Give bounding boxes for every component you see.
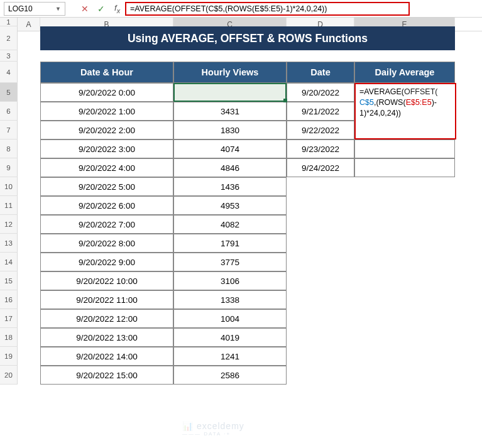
cancel-icon[interactable]: ✕ bbox=[77, 4, 93, 14]
cell-hourly-views[interactable]: 1323 bbox=[173, 83, 287, 102]
cell-date[interactable]: 9/20/2022 bbox=[287, 83, 354, 102]
cell-date[interactable]: 9/24/2022 bbox=[287, 158, 354, 177]
cell-date-hour[interactable]: 9/20/2022 3:00 bbox=[40, 139, 173, 158]
formula-part-rows: ,(ROWS( bbox=[374, 98, 406, 107]
cell-date-hour[interactable]: 9/20/2022 12:00 bbox=[40, 309, 173, 328]
table-row[interactable]: 9/20/2022 13:004019 bbox=[40, 328, 455, 347]
table-row[interactable]: 9/20/2022 7:004082 bbox=[40, 215, 455, 234]
table-row[interactable]: 9/20/2022 10:003106 bbox=[40, 271, 455, 290]
cell-hourly-views[interactable]: 4953 bbox=[173, 196, 287, 215]
fx-icon[interactable]: fx bbox=[109, 3, 125, 14]
cell-date[interactable]: 9/23/2022 bbox=[287, 139, 354, 158]
row-header-8[interactable]: 8 bbox=[0, 139, 18, 158]
formula-part-average: =AVERAGE( bbox=[359, 87, 404, 96]
row-header-16[interactable]: 16 bbox=[0, 290, 18, 309]
formula-ref-e5: E$5:E5 bbox=[406, 98, 432, 107]
table-row[interactable]: 9/20/2022 3:0040749/23/2022 bbox=[40, 139, 455, 158]
row-header-1[interactable]: 1 bbox=[0, 18, 18, 26]
cell-date-hour[interactable]: 9/20/2022 1:00 bbox=[40, 102, 173, 121]
cell-hourly-views[interactable]: 3106 bbox=[173, 271, 287, 290]
row-header-7[interactable]: 7 bbox=[0, 121, 18, 139]
cell-hourly-views[interactable]: 1241 bbox=[173, 347, 287, 366]
cell-date-hour[interactable]: 9/20/2022 11:00 bbox=[40, 290, 173, 309]
row-header-3[interactable]: 3 bbox=[0, 50, 18, 62]
formula-part-close1: )- bbox=[432, 98, 437, 107]
formula-bar-text: =AVERAGE(OFFSET(C$5,(ROWS(E$5:E5)-1)*24,… bbox=[130, 4, 327, 13]
cell-date-hour[interactable]: 9/20/2022 10:00 bbox=[40, 271, 173, 290]
cell-date-hour[interactable]: 9/20/2022 7:00 bbox=[40, 215, 173, 234]
row-header-20[interactable]: 20 bbox=[0, 366, 18, 385]
cell-edit-overlay[interactable]: =AVERAGE(OFFSET( C$5,(ROWS(E$5:E5)- 1)*2… bbox=[354, 83, 456, 139]
table-row[interactable]: 9/20/2022 9:003775 bbox=[40, 253, 455, 271]
row-header-5[interactable]: 5 bbox=[0, 83, 18, 102]
cell-date-hour[interactable]: 9/20/2022 5:00 bbox=[40, 177, 173, 196]
cell-daily-average[interactable] bbox=[354, 158, 455, 177]
row-header-9[interactable]: 9 bbox=[0, 158, 18, 177]
cell-date-hour[interactable]: 9/20/2022 2:00 bbox=[40, 121, 173, 139]
row-header-19[interactable]: 19 bbox=[0, 347, 18, 366]
row-header-15[interactable]: 15 bbox=[0, 271, 18, 290]
cell-hourly-views[interactable]: 2586 bbox=[173, 366, 287, 385]
table-row[interactable]: 9/20/2022 8:001791 bbox=[40, 234, 455, 253]
cell-date-hour[interactable]: 9/20/2022 14:00 bbox=[40, 347, 173, 366]
header-date: Date bbox=[287, 62, 354, 83]
formula-part-tail: 1)*24,0,24)) bbox=[359, 109, 401, 117]
formula-part-offset: OFFSET( bbox=[404, 87, 437, 96]
confirm-icon[interactable]: ✓ bbox=[93, 4, 109, 14]
cell-hourly-views[interactable]: 1004 bbox=[173, 309, 287, 328]
cell-hourly-views[interactable]: 1338 bbox=[173, 290, 287, 309]
watermark: 📊 exceldemy ——— DATA ·+ bbox=[182, 421, 244, 437]
cell-date-hour[interactable]: 9/20/2022 0:00 bbox=[40, 83, 173, 102]
header-hourly-views: Hourly Views bbox=[173, 62, 287, 83]
cell-date[interactable]: 9/21/2022 bbox=[287, 102, 354, 121]
spreadsheet-grid[interactable]: A B C D E 1 2 3 4 5 6 7 8 9 10 11 12 13 … bbox=[0, 18, 482, 31]
cell-hourly-views[interactable]: 1830 bbox=[173, 121, 287, 139]
name-box-text: LOG10 bbox=[8, 4, 33, 13]
cell-hourly-views[interactable]: 4074 bbox=[173, 139, 287, 158]
cell-date-hour[interactable]: 9/20/2022 13:00 bbox=[40, 328, 173, 347]
formula-bar[interactable]: =AVERAGE(OFFSET(C$5,(ROWS(E$5:E5)-1)*24,… bbox=[125, 2, 410, 16]
table-row[interactable]: 9/20/2022 14:001241 bbox=[40, 347, 455, 366]
row-header-12[interactable]: 12 bbox=[0, 215, 18, 234]
page-title: Using AVERAGE, OFFSET & ROWS Functions bbox=[40, 26, 455, 50]
cell-hourly-views[interactable]: 3775 bbox=[173, 253, 287, 271]
cell-date-hour[interactable]: 9/20/2022 6:00 bbox=[40, 196, 173, 215]
cell-date-hour[interactable]: 9/20/2022 15:00 bbox=[40, 366, 173, 385]
cell-hourly-views[interactable]: 4846 bbox=[173, 158, 287, 177]
row-header-13[interactable]: 13 bbox=[0, 234, 18, 253]
table-row[interactable]: 9/20/2022 6:004953 bbox=[40, 196, 455, 215]
row-header-2[interactable]: 2 bbox=[0, 26, 18, 50]
cell-hourly-views[interactable]: 1791 bbox=[173, 234, 287, 253]
cell-hourly-views[interactable]: 3431 bbox=[173, 102, 287, 121]
formula-bar-row: LOG10 ▼ ✕ ✓ fx =AVERAGE(OFFSET(C$5,(ROWS… bbox=[0, 0, 482, 18]
row-header-14[interactable]: 14 bbox=[0, 253, 18, 271]
header-daily-average: Daily Average bbox=[354, 62, 455, 83]
cell-hourly-views[interactable]: 4019 bbox=[173, 328, 287, 347]
table-row[interactable]: 9/20/2022 15:002586 bbox=[40, 366, 455, 385]
col-header-A[interactable]: A bbox=[18, 18, 40, 31]
row-headers: 1 2 3 4 5 6 7 8 9 10 11 12 13 14 15 16 1… bbox=[0, 18, 18, 385]
row-header-10[interactable]: 10 bbox=[0, 177, 18, 196]
cell-date-hour[interactable]: 9/20/2022 8:00 bbox=[40, 234, 173, 253]
cell-date-hour[interactable]: 9/20/2022 9:00 bbox=[40, 253, 173, 271]
header-date-hour: Date & Hour bbox=[40, 62, 173, 83]
table-row[interactable]: 9/20/2022 4:0048469/24/2022 bbox=[40, 158, 455, 177]
table-row[interactable]: 9/20/2022 12:001004 bbox=[40, 309, 455, 328]
table-row[interactable]: 9/20/2022 5:001436 bbox=[40, 177, 455, 196]
row-header-6[interactable]: 6 bbox=[0, 102, 18, 121]
formula-ref-c5: C$5 bbox=[359, 98, 374, 107]
row-header-11[interactable]: 11 bbox=[0, 196, 18, 215]
cell-hourly-views[interactable]: 4082 bbox=[173, 215, 287, 234]
cell-daily-average[interactable] bbox=[354, 139, 455, 158]
row-header-18[interactable]: 18 bbox=[0, 328, 18, 347]
cell-date-hour[interactable]: 9/20/2022 4:00 bbox=[40, 158, 173, 177]
cell-date[interactable]: 9/22/2022 bbox=[287, 121, 354, 139]
name-box[interactable]: LOG10 ▼ bbox=[4, 2, 65, 16]
chevron-down-icon[interactable]: ▼ bbox=[55, 6, 61, 12]
row-header-17[interactable]: 17 bbox=[0, 309, 18, 328]
cell-hourly-views[interactable]: 1436 bbox=[173, 177, 287, 196]
table-header-row: Date & Hour Hourly Views Date Daily Aver… bbox=[40, 62, 455, 83]
row-header-4[interactable]: 4 bbox=[0, 62, 18, 83]
table-row[interactable]: 9/20/2022 11:001338 bbox=[40, 290, 455, 309]
